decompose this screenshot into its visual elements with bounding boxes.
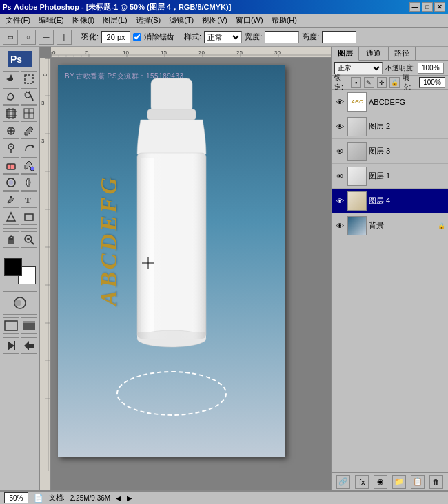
magic-wand-btn[interactable] [21,88,37,105]
link-layers-btn[interactable]: 🔗 [336,475,350,489]
status-arrow-left[interactable]: ◀ [116,494,121,502]
lock-pixels-btn[interactable]: ✎ [364,77,374,88]
layer-item-2[interactable]: 👁 图层 2 [332,114,448,139]
tool-row-4 [3,123,37,139]
layer-item-4[interactable]: 👁 图层 4 [332,189,448,213]
brush-tool-btn[interactable] [21,123,37,139]
opacity-input[interactable] [418,63,444,74]
svg-marker-44 [24,341,34,350]
doc-size-value: 2.25M/9.36M [70,494,110,502]
svg-text:30: 30 [274,50,281,56]
layer-thumbnail-3 [347,142,367,161]
fill-input[interactable] [419,77,445,88]
menu-select[interactable]: 选择(S) [132,14,165,27]
menu-image[interactable]: 图像(I) [68,14,99,27]
crop-tool-btn[interactable] [3,105,19,122]
tool-row-screen [3,317,37,334]
lasso-tool-btn[interactable] [3,88,19,105]
layer-item-abcdefg[interactable]: 👁 ABC ABCDEFG [332,90,448,114]
lock-position-btn[interactable]: ✛ [377,77,387,88]
svg-text:0: 0 [52,50,56,56]
slice-tool-btn[interactable] [21,105,37,122]
layer-visibility-2[interactable]: 👁 [334,121,345,132]
menu-file[interactable]: 文件(F) [1,14,34,27]
tool-row-3 [3,105,37,122]
layer-thumbnail-1 [347,167,367,186]
tab-paths[interactable]: 路径 [388,47,416,60]
type-tool-btn[interactable]: T [21,191,37,208]
menu-window[interactable]: 窗口(W) [232,14,267,27]
foreground-color-swatch[interactable] [4,258,22,276]
minimize-button[interactable]: — [409,2,420,12]
layer-visibility-3[interactable]: 👁 [334,146,345,157]
new-group-btn[interactable]: 📁 [392,475,406,489]
menu-layer[interactable]: 图层(L) [99,14,131,27]
canvas-container[interactable]: BY.古欧香薰 PS交流群：155189433 [51,58,331,490]
single-col-btn[interactable]: | [57,30,72,45]
layer-item-1[interactable]: 👁 图层 1 [332,164,448,189]
add-mask-btn[interactable]: ◉ [374,475,387,489]
status-arrow-right[interactable]: ▶ [127,494,132,502]
lock-all-btn[interactable]: 🔒 [389,77,400,88]
svg-rect-26 [7,164,15,169]
eraser-tool-btn[interactable] [3,157,19,174]
rect-select-tool-btn[interactable] [21,71,37,87]
height-label: 高度: [302,32,319,42]
tab-layers[interactable]: 图层 [332,47,359,61]
svg-text:Ps: Ps [10,54,22,65]
heal-tool-btn[interactable] [3,123,19,139]
lock-transparent-btn[interactable]: ▪ [351,77,361,88]
jump-to-btn[interactable] [3,337,19,354]
height-input[interactable] [322,31,356,43]
bottle-text-label: ABCDEFG [96,175,122,306]
tool-row-2 [3,88,37,105]
layer-visibility-bg[interactable]: 👁 [334,220,345,231]
screen-mode2-btn[interactable] [21,317,37,334]
anti-alias-checkbox[interactable] [133,33,141,41]
doc-size-label: 文档: [49,493,65,503]
move-tool-btn[interactable] [3,71,19,87]
close-button[interactable]: ✕ [434,2,445,12]
shape-tool-btn[interactable] [21,209,37,225]
color-swatch-area[interactable] [3,257,37,286]
arrange-btn[interactable] [21,337,37,354]
style-select[interactable]: 正常 固定长宽比 固定大小 [204,31,242,43]
svg-rect-65 [40,58,50,490]
stamp-tool-btn[interactable] [3,140,19,156]
menu-edit[interactable]: 编辑(E) [34,14,68,27]
width-input[interactable] [265,31,299,43]
hand-tool-btn[interactable] [3,231,19,248]
zoom-display[interactable]: 50% [4,492,28,503]
single-row-btn[interactable]: — [39,30,54,45]
layer-visibility-1[interactable]: 👁 [334,171,345,182]
tool-row-6 [3,157,37,174]
paint-bucket-btn[interactable] [21,157,37,174]
add-style-btn[interactable]: fx [355,475,369,489]
blur-tool-btn[interactable] [3,174,19,191]
canvas[interactable]: BY.古欧香薰 PS交流群：155189433 [58,65,285,457]
history-brush-btn[interactable] [21,140,37,156]
rect-marquee-btn[interactable]: ▭ [3,30,18,45]
layer-visibility-abcdefg[interactable]: 👁 [334,96,345,107]
tool-separator-4 [3,314,37,315]
panel-tabs: 图层 通道 路径 [332,47,448,61]
layer-item-3[interactable]: 👁 图层 3 [332,139,448,164]
layer-item-bg[interactable]: 👁 背景 🔒 [332,213,448,238]
svg-point-24 [10,146,12,147]
screen-mode-btn[interactable] [3,317,19,334]
tab-channels[interactable]: 通道 [360,47,387,60]
new-layer-btn[interactable]: 📋 [411,475,425,489]
layer-visibility-4[interactable]: 👁 [334,196,345,207]
pen-tool-btn[interactable] [3,191,19,208]
maximize-button[interactable]: □ [422,2,433,12]
zoom-tool-btn[interactable] [21,231,37,248]
feather-input[interactable] [101,31,130,43]
delete-layer-btn[interactable]: 🗑 [429,475,443,489]
dodge-tool-btn[interactable] [21,174,37,191]
menu-view[interactable]: 视图(V) [198,14,232,27]
path-select-btn[interactable] [3,209,19,225]
menu-filter[interactable]: 滤镜(T) [165,14,198,27]
ellipse-marquee-btn[interactable]: ○ [21,30,36,45]
menu-help[interactable]: 帮助(H) [267,14,301,27]
quick-mask-btn[interactable] [12,295,28,311]
